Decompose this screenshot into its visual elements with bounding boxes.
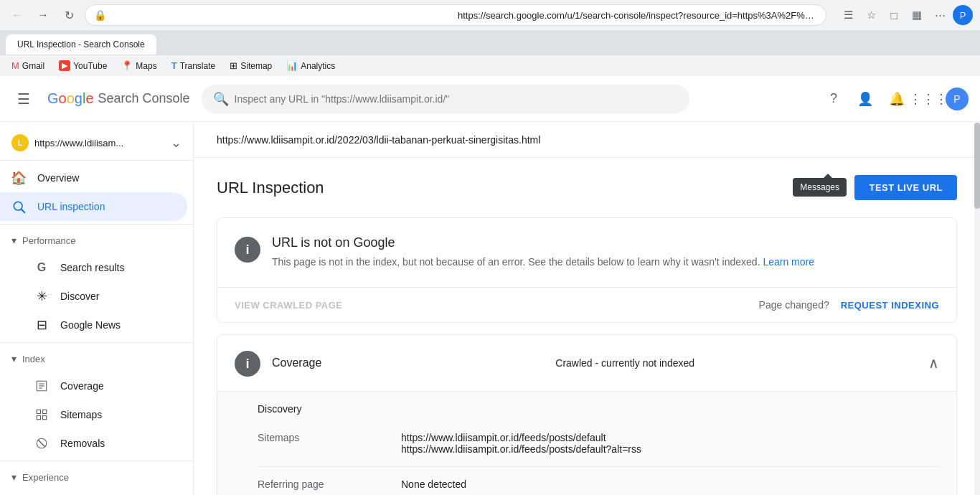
sidebar-divider-1 bbox=[0, 224, 193, 225]
address-text: https://search.google.com/u/1/search-con… bbox=[458, 10, 817, 21]
sidebar-divider-3 bbox=[0, 461, 193, 461]
coverage-card: i Coverage Crawled - currently not index… bbox=[217, 334, 957, 495]
sidebar-performance-header[interactable]: ▾ Performance bbox=[0, 227, 193, 253]
notifications-button[interactable]: 🔔 Messages bbox=[882, 85, 911, 113]
sidebar-sitemaps-label: Sitemaps bbox=[60, 409, 102, 420]
test-live-url-button[interactable]: TEST LIVE URL bbox=[854, 175, 957, 200]
sidebar-item-removals[interactable]: Removals bbox=[0, 429, 187, 458]
sidebar-google-news-label: Google News bbox=[60, 319, 121, 331]
sidebar-item-search-results[interactable]: G Search results bbox=[0, 253, 187, 282]
bookmark-sitemap[interactable]: ⊞ Sitemap bbox=[224, 59, 278, 72]
sidebar-item-url-inspection[interactable]: URL inspection bbox=[0, 192, 187, 221]
sidebar-item-sitemaps[interactable]: Sitemaps bbox=[0, 400, 187, 429]
reader-mode-button[interactable]: ☰ bbox=[838, 5, 858, 25]
sidebar-removals-label: Removals bbox=[60, 438, 105, 449]
sidebar-experience-label: Experience bbox=[22, 472, 69, 483]
forward-button[interactable]: → bbox=[33, 5, 53, 25]
url-search-input[interactable] bbox=[235, 93, 678, 105]
split-tab-button[interactable]: ▦ bbox=[907, 5, 927, 25]
breadcrumb-url-text: https://www.ldiisampit.or.id/2022/03/ldi… bbox=[217, 134, 540, 146]
reload-button[interactable]: ↻ bbox=[59, 5, 79, 25]
bookmark-gmail-label: Gmail bbox=[22, 61, 44, 71]
more-button[interactable]: ⋯ bbox=[930, 5, 950, 25]
property-selector[interactable]: L https://www.ldiiisam... ⌄ bbox=[0, 128, 193, 157]
gsc-header-right-icons: ? 👤 🔔 Messages ⋮⋮⋮ P bbox=[819, 85, 969, 113]
address-bar[interactable]: 🔒 https://search.google.com/u/1/search-c… bbox=[85, 4, 826, 26]
sitemap-icon: ⊞ bbox=[230, 60, 237, 71]
bookmark-youtube-label: YouTube bbox=[73, 61, 107, 71]
help-button[interactable]: ? bbox=[819, 85, 848, 113]
bookmark-translate[interactable]: T Translate bbox=[166, 59, 222, 72]
sidebar-item-coverage[interactable]: Coverage bbox=[0, 372, 187, 400]
scrollbar-thumb[interactable] bbox=[974, 123, 980, 209]
main-content: https://www.ldiisampit.or.id/2022/03/ldi… bbox=[194, 123, 980, 495]
referring-page-row: Referring page None detected bbox=[258, 467, 939, 495]
sidebar-index-label: Index bbox=[22, 354, 45, 364]
translate-icon: T bbox=[171, 60, 177, 71]
google-g-icon: G bbox=[34, 260, 49, 275]
svg-rect-8 bbox=[37, 416, 40, 420]
coverage-status-value: Crawled - currently not indexed bbox=[333, 357, 917, 369]
gsc-logo: Google Search Console bbox=[47, 90, 190, 107]
footer-right-actions: Page changed? REQUEST INDEXING bbox=[759, 299, 939, 311]
page-title: URL Inspection bbox=[217, 179, 324, 197]
status-card-footer: VIEW CRAWLED PAGE Page changed? REQUEST … bbox=[217, 287, 956, 322]
sidebar-item-google-news[interactable]: ⊟ Google News bbox=[0, 311, 187, 339]
home-icon: 🏠 bbox=[11, 171, 26, 185]
bookmark-analytics-label: Analytics bbox=[301, 61, 335, 71]
google-news-icon: ⊟ bbox=[34, 318, 49, 332]
profile-button[interactable]: P bbox=[946, 88, 969, 110]
performance-collapse-icon: ▾ bbox=[11, 235, 17, 246]
coverage-card-header[interactable]: i Coverage Crawled - currently not index… bbox=[217, 335, 956, 391]
coverage-details: Discovery Sitemaps https://www.ldiisampi… bbox=[217, 391, 956, 495]
bookmark-maps[interactable]: 📍 Maps bbox=[116, 59, 162, 72]
gsc-header: ☰ Google Search Console 🔍 ? 👤 🔔 Messages… bbox=[0, 76, 980, 122]
sidebar-item-discover[interactable]: ✳ Discover bbox=[0, 282, 187, 311]
url-breadcrumb: https://www.ldiisampit.or.id/2022/03/ldi… bbox=[194, 123, 980, 158]
url-inspection-icon bbox=[11, 199, 26, 214]
referring-page-label: Referring page bbox=[258, 478, 401, 490]
bookmark-youtube[interactable]: ▶ YouTube bbox=[53, 59, 113, 72]
bookmark-maps-label: Maps bbox=[136, 61, 156, 71]
sidebar: L https://www.ldiiisam... ⌄ 🏠 Overview U… bbox=[0, 123, 194, 495]
active-tab[interactable]: URL Inspection - Search Console bbox=[6, 34, 156, 55]
sidebar-search-results-label: Search results bbox=[60, 262, 124, 273]
browser-titlebar: ← → ↻ 🔒 https://search.google.com/u/1/se… bbox=[0, 0, 980, 30]
property-chevron-icon: ⌄ bbox=[171, 135, 182, 151]
google-logo-text: Google bbox=[47, 90, 94, 107]
sitemaps-row: Sitemaps https://www.ldiisampit.or.id/fe… bbox=[258, 420, 939, 467]
sidebar-experience-header[interactable]: ▾ Experience bbox=[0, 464, 193, 490]
content-area: URL Inspection TEST LIVE URL i URL is no… bbox=[194, 158, 980, 495]
bookmark-analytics[interactable]: 📊 Analytics bbox=[281, 59, 341, 72]
sitemaps-value-1: https://www.ldiisampit.or.id/feeds/posts… bbox=[401, 432, 641, 443]
back-button[interactable]: ← bbox=[7, 5, 27, 25]
manage-property-button[interactable]: 👤 bbox=[851, 85, 880, 113]
sitemaps-value: https://www.ldiisampit.or.id/feeds/posts… bbox=[401, 432, 641, 455]
apps-button[interactable]: ⋮⋮⋮ bbox=[914, 85, 943, 113]
bookmark-sitemap-label: Sitemap bbox=[240, 61, 272, 71]
svg-rect-7 bbox=[43, 410, 47, 413]
gsc-search-bar[interactable]: 🔍 bbox=[202, 85, 689, 113]
messages-tooltip: Messages bbox=[793, 178, 847, 197]
sidebar-discover-label: Discover bbox=[60, 291, 99, 302]
status-description: This page is not in the index, but not b… bbox=[272, 255, 939, 270]
scrollbar-track[interactable] bbox=[974, 123, 980, 495]
browser-tabs: URL Inspection - Search Console bbox=[0, 30, 980, 55]
browser-profile-button[interactable]: P bbox=[953, 5, 973, 25]
discover-icon: ✳ bbox=[34, 289, 49, 303]
sidebar-coverage-label: Coverage bbox=[60, 380, 104, 392]
coverage-icon bbox=[34, 379, 49, 393]
learn-more-link[interactable]: Learn more bbox=[763, 256, 814, 268]
menu-button[interactable]: ☰ bbox=[11, 85, 36, 113]
analytics-icon: 📊 bbox=[286, 60, 298, 71]
sidebar-divider-top bbox=[0, 160, 193, 161]
favorites-button[interactable]: ☆ bbox=[861, 5, 881, 25]
sidebar-item-overview[interactable]: 🏠 Overview bbox=[0, 164, 187, 192]
sidebar-index-header[interactable]: ▾ Index bbox=[0, 346, 193, 372]
request-indexing-button[interactable]: REQUEST INDEXING bbox=[841, 300, 939, 311]
sitemaps-value-2: https://www.ldiisampit.or.id/feeds/posts… bbox=[401, 443, 641, 455]
property-favicon: L bbox=[11, 134, 29, 151]
collections-button[interactable]: □ bbox=[884, 5, 904, 25]
gsc-logo-label: Search Console bbox=[98, 91, 190, 106]
bookmark-gmail[interactable]: M Gmail bbox=[6, 59, 50, 72]
